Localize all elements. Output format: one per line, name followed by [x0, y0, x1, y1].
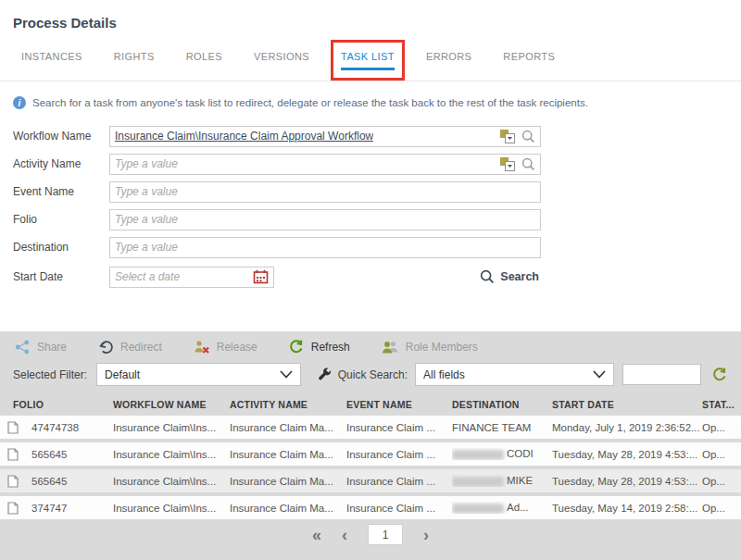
cell-status: Op... [702, 503, 741, 514]
cell-event: Insurance Claim ... [346, 449, 452, 460]
table-row[interactable]: 565645 Insurance Claim\Ins... Insurance … [0, 442, 741, 466]
workflow-name-field[interactable]: Insurance Claim\Insurance Claim Approval… [109, 126, 541, 147]
redirect-button[interactable]: Redirect [98, 340, 162, 355]
folio-label: Folio [13, 213, 109, 226]
release-button[interactable]: Release [194, 340, 257, 355]
lookup-picker-icon[interactable] [500, 130, 515, 143]
tab-task-list[interactable]: TASK LIST [331, 40, 405, 81]
chevron-down-icon [280, 370, 293, 379]
document-icon [7, 475, 19, 488]
activity-name-placeholder: Type a value [115, 157, 178, 170]
redacted-text [452, 504, 504, 514]
wrench-icon [318, 367, 332, 381]
table-header: FOLIO WORKFLOW NAME ACTIVITY NAME EVENT … [0, 393, 741, 416]
info-text: Search for a task from anyone's task lis… [32, 97, 588, 108]
tab-reports[interactable]: REPORTS [493, 40, 565, 81]
previous-page-button[interactable]: ‹ [342, 527, 347, 543]
redirect-icon [98, 340, 114, 355]
refresh-icon [712, 367, 728, 382]
document-icon [7, 421, 19, 434]
cell-destination: Ad... [452, 502, 552, 513]
selected-filter-dropdown[interactable]: Default [96, 363, 301, 386]
col-destination[interactable]: DESTINATION [452, 399, 552, 410]
redacted-text [452, 450, 504, 460]
tab-errors[interactable]: ERRORS [416, 40, 482, 81]
cell-destination: FINANCE TEAM [452, 422, 552, 433]
table-row[interactable]: 47474738 Insurance Claim\Ins... Insuranc… [0, 416, 741, 439]
event-name-label: Event Name [13, 185, 109, 198]
cell-status: Op... [702, 476, 741, 487]
redacted-text [452, 477, 504, 487]
cell-workflow: Insurance Claim\Ins... [113, 422, 230, 433]
current-page-indicator[interactable]: 1 [368, 524, 403, 545]
next-page-button[interactable]: › [423, 527, 429, 543]
start-date-field[interactable]: Select a date [109, 267, 274, 288]
event-name-field[interactable]: Type a value [109, 181, 541, 203]
search-button[interactable]: Search [480, 269, 541, 284]
folio-row: Folio Type a value [13, 205, 541, 233]
table-row[interactable]: 565645 Insurance Claim\Ins... Insurance … [0, 469, 741, 492]
quick-search-input[interactable] [622, 364, 701, 385]
tab-rights[interactable]: RIGHTS [104, 40, 165, 81]
cell-activity: Insurance Claim Ma... [230, 449, 346, 460]
quick-search-refresh-button[interactable] [712, 367, 728, 382]
page-title: Process Details [13, 15, 726, 31]
cell-start-date: Tuesday, May 14, 2019 2:58:... [552, 503, 702, 514]
tab-roles[interactable]: ROLES [176, 40, 232, 81]
folio-field[interactable]: Type a value [109, 209, 541, 230]
share-label: Share [37, 341, 67, 354]
quick-search-settings-button[interactable] [318, 367, 332, 381]
cell-destination: CODI [452, 448, 552, 459]
role-members-label: Role Members [406, 341, 478, 354]
role-members-button[interactable]: Role Members [382, 340, 478, 355]
cell-start-date: Monday, July 1, 2019 2:36:52... [552, 422, 702, 433]
col-status[interactable]: STAT... [702, 399, 741, 410]
refresh-button[interactable]: Refresh [289, 340, 350, 355]
start-date-label: Start Date [13, 270, 109, 283]
cell-activity: Insurance Claim Ma... [230, 503, 346, 514]
quick-search-field-value: All fields [423, 368, 465, 381]
event-name-placeholder: Type a value [115, 185, 178, 198]
chevron-down-icon [593, 370, 606, 379]
workflow-name-row: Workflow Name Insurance Claim\Insurance … [13, 122, 541, 150]
cell-status: Op... [702, 449, 741, 460]
share-button[interactable]: Share [15, 340, 67, 355]
quick-search-field-dropdown[interactable]: All fields [415, 363, 614, 386]
destination-row: Destination Type a value [13, 233, 541, 261]
col-event-name[interactable]: EVENT NAME [346, 399, 452, 410]
filter-bar: Selected Filter: Default Quick Search: A… [0, 361, 741, 393]
col-folio[interactable]: FOLIO [13, 399, 113, 410]
selected-filter-value: Default [105, 368, 140, 381]
col-workflow-name[interactable]: WORKFLOW NAME [113, 399, 230, 410]
cell-workflow: Insurance Claim\Ins... [113, 476, 230, 487]
first-page-button[interactable]: « [312, 527, 321, 543]
folio-placeholder: Type a value [115, 213, 178, 226]
release-label: Release [217, 341, 257, 354]
cell-activity: Insurance Claim Ma... [230, 422, 346, 433]
cell-folio: 47474738 [31, 422, 113, 433]
cell-event: Insurance Claim ... [346, 422, 452, 433]
tab-bar: INSTANCES RIGHTS ROLES VERSIONS TASK LIS… [0, 40, 741, 81]
quick-search-label: Quick Search: [338, 368, 408, 381]
col-start-date[interactable]: START DATE [552, 399, 702, 410]
activity-name-label: Activity Name [13, 157, 109, 170]
workflow-name-label: Workflow Name [13, 130, 109, 143]
destination-placeholder: Type a value [115, 241, 178, 254]
table-row[interactable]: 374747 Insurance Claim\Ins... Insurance … [0, 496, 741, 519]
destination-field[interactable]: Type a value [109, 237, 541, 258]
task-search-form: Workflow Name Insurance Claim\Insurance … [0, 109, 541, 291]
lookup-picker-icon[interactable] [500, 157, 515, 171]
selected-filter-label: Selected Filter: [13, 368, 87, 381]
tab-instances[interactable]: INSTANCES [11, 40, 93, 81]
field-search-icon[interactable] [521, 130, 535, 143]
calendar-icon[interactable] [253, 269, 269, 284]
results-panel: Share Redirect Release [0, 331, 741, 560]
page-header: Process Details [0, 0, 741, 31]
cell-destination: MIKE [452, 475, 552, 486]
field-search-icon[interactable] [521, 157, 535, 171]
tab-versions[interactable]: VERSIONS [244, 40, 320, 81]
col-activity-name[interactable]: ACTIVITY NAME [230, 399, 346, 410]
search-button-label: Search [500, 270, 539, 283]
cell-workflow: Insurance Claim\Ins... [113, 449, 230, 460]
activity-name-field[interactable]: Type a value [109, 154, 541, 175]
